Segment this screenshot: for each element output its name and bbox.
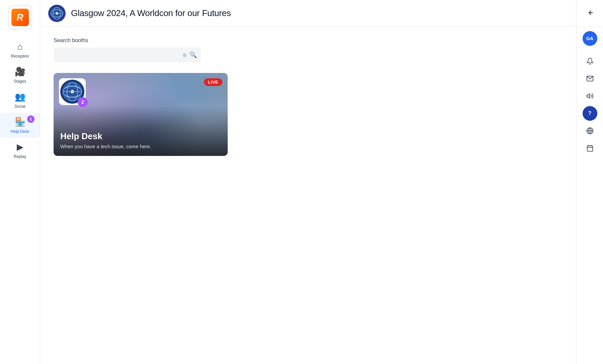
live-badge: LIVE (204, 78, 222, 86)
helpdesk-badge: 1 (27, 115, 34, 123)
notification-button[interactable] (583, 54, 597, 69)
sidebar-label-stages: Stages (14, 79, 26, 84)
sidebar-label-helpdesk: Help Desk (11, 129, 29, 134)
booth-visitor-badge: 2 (78, 97, 88, 107)
booth-card[interactable]: 2 LIVE Help Desk When you have a tech is… (54, 73, 228, 156)
logo-letter: R (16, 12, 23, 23)
page-title: Glasgow 2024, A Worldcon for our Futures (71, 8, 231, 18)
sidebar-label-replay: Replay (14, 154, 26, 159)
main-content: Glasgow 2024, A Worldcon for our Futures… (40, 0, 576, 364)
svg-marker-14 (587, 94, 589, 98)
back-button[interactable] (583, 5, 597, 20)
booth-info: Help Desk When you have a tech issue, co… (60, 131, 221, 149)
worldcon-logo-svg (49, 5, 65, 21)
camera-icon: 🎥 (15, 67, 25, 77)
sidebar-item-helpdesk[interactable]: 1 🏪 Help Desk (0, 113, 40, 138)
sidebar: R ⌂ Reception 🎥 Stages 👥 Social 1 🏪 Help… (0, 0, 40, 364)
sidebar-item-replay[interactable]: ▶ Replay (0, 138, 40, 163)
store-icon: 🏪 (15, 117, 25, 127)
right-panel-divider (577, 27, 603, 27)
play-icon: ▶ (17, 142, 23, 152)
sidebar-label-social: Social (14, 104, 25, 109)
booth-name: Help Desk (60, 131, 221, 142)
mail-button[interactable] (583, 71, 597, 86)
app-logo: R (11, 9, 29, 26)
user-initials: GA (586, 36, 593, 41)
svg-rect-17 (587, 146, 593, 152)
help-button[interactable]: ? (583, 106, 597, 121)
search-input[interactable] (58, 52, 182, 58)
home-icon: ⌂ (17, 41, 23, 52)
search-submit-icon[interactable]: 🔍 (190, 51, 197, 59)
calendar-button[interactable] (583, 141, 597, 156)
header-logo (48, 5, 66, 22)
sidebar-item-reception[interactable]: ⌂ Reception (0, 37, 40, 63)
app-logo-container[interactable]: R (8, 5, 32, 29)
search-bar[interactable]: ⊗ 🔍 (54, 48, 201, 62)
right-panel: GA ? (576, 0, 603, 364)
search-label: Search booths (54, 37, 563, 43)
sidebar-label-reception: Reception (11, 54, 29, 59)
announcement-button[interactable] (583, 89, 597, 103)
header: Glasgow 2024, A Worldcon for our Futures (40, 0, 576, 27)
sidebar-item-social[interactable]: 👥 Social (0, 88, 40, 113)
booth-description: When you have a tech issue, come here. (60, 144, 221, 149)
help-symbol: ? (588, 110, 592, 116)
people-icon: 👥 (15, 92, 25, 102)
sidebar-item-stages[interactable]: 🎥 Stages (0, 63, 40, 88)
content-area: Search booths ⊗ 🔍 (40, 27, 576, 364)
user-avatar[interactable]: GA (583, 31, 597, 46)
search-clear-icon[interactable]: ⊗ (182, 52, 187, 58)
globe-button[interactable] (583, 123, 597, 138)
